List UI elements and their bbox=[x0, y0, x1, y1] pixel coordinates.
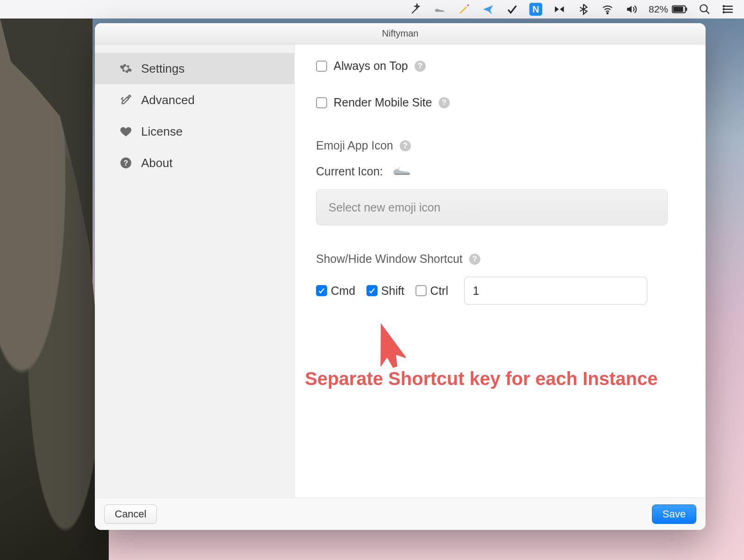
svg-text:?: ? bbox=[124, 159, 128, 167]
svg-point-6 bbox=[723, 9, 724, 10]
svg-point-7 bbox=[723, 12, 724, 12]
always-on-top-label: Always on Top bbox=[334, 59, 408, 73]
cmd-label: Cmd bbox=[331, 284, 355, 298]
settings-content: Always on Top ? Render Mobile Site ? Emo… bbox=[295, 44, 706, 498]
window-titlebar[interactable]: Niftyman bbox=[95, 23, 706, 44]
running-shoe-icon bbox=[392, 163, 412, 179]
ctrl-checkbox[interactable] bbox=[415, 285, 427, 296]
save-button-label: Save bbox=[663, 508, 686, 520]
render-mobile-label: Render Mobile Site bbox=[334, 96, 432, 109]
wifi-icon[interactable] bbox=[601, 2, 614, 16]
settings-window: Niftyman Settings Advanced License bbox=[95, 23, 706, 530]
shortcut-mod-row: Cmd Shift Ctrl bbox=[316, 277, 684, 305]
cmd-mod: Cmd bbox=[316, 284, 355, 298]
window-title: Niftyman bbox=[382, 28, 419, 39]
shift-label: Shift bbox=[381, 284, 404, 298]
shortcut-section-title-row: Show/Hide Window Shortcut ? bbox=[316, 252, 684, 266]
shortcut-key-input[interactable] bbox=[464, 277, 647, 305]
gear-icon bbox=[119, 62, 133, 75]
help-icon[interactable]: ? bbox=[400, 140, 411, 151]
current-icon-row: Current Icon: bbox=[316, 163, 684, 179]
sidebar-item-label: Settings bbox=[141, 62, 185, 76]
volume-icon[interactable] bbox=[625, 2, 639, 16]
emoji-picker-button[interactable]: Select new emoji icon bbox=[316, 189, 668, 225]
window-footer: Cancel Save bbox=[95, 498, 706, 530]
heart-icon bbox=[119, 124, 133, 138]
sidebar-item-settings[interactable]: Settings bbox=[95, 53, 294, 84]
question-circle-icon: ? bbox=[119, 156, 133, 170]
n-app-letter: N bbox=[533, 4, 539, 15]
help-icon[interactable]: ? bbox=[415, 61, 426, 72]
sidebar-item-label: About bbox=[141, 156, 173, 170]
battery-status[interactable]: 82% bbox=[649, 4, 688, 15]
menu-list-icon[interactable] bbox=[722, 2, 736, 16]
spotlight-search-icon[interactable] bbox=[698, 2, 712, 16]
pencil-icon[interactable] bbox=[457, 2, 471, 16]
sidebar-item-about[interactable]: ? About bbox=[95, 147, 294, 179]
emoji-section-title-row: Emoji App Icon ? bbox=[316, 139, 684, 152]
magic-wand-icon[interactable] bbox=[409, 2, 423, 16]
shift-checkbox[interactable] bbox=[366, 285, 378, 296]
ctrl-label: Ctrl bbox=[430, 284, 448, 298]
help-icon[interactable]: ? bbox=[469, 254, 480, 265]
checkmark-icon[interactable] bbox=[505, 2, 519, 16]
tools-icon bbox=[119, 93, 133, 107]
svg-point-0 bbox=[607, 12, 608, 14]
annotation-arrow-icon bbox=[369, 317, 406, 368]
bowtie-icon[interactable] bbox=[552, 2, 566, 16]
macos-menu-bar: N 82% bbox=[0, 0, 744, 19]
annotation-text: Separate Shortcut key for each Instance bbox=[305, 368, 684, 389]
row-always-on-top: Always on Top ? bbox=[316, 59, 684, 73]
cancel-button-label: Cancel bbox=[115, 508, 146, 520]
ctrl-mod: Ctrl bbox=[415, 284, 448, 298]
svg-rect-3 bbox=[686, 7, 687, 11]
window-body: Settings Advanced License ? About bbox=[95, 44, 706, 498]
emoji-section-title: Emoji App Icon bbox=[316, 139, 393, 152]
svg-point-4 bbox=[700, 5, 707, 12]
n-app-icon[interactable]: N bbox=[529, 3, 542, 16]
row-render-mobile: Render Mobile Site ? bbox=[316, 96, 684, 109]
shoe-icon[interactable] bbox=[433, 2, 447, 16]
cancel-button[interactable]: Cancel bbox=[104, 504, 157, 524]
svg-point-5 bbox=[723, 6, 724, 6]
bluetooth-icon[interactable] bbox=[577, 2, 590, 16]
emoji-picker-placeholder: Select new emoji icon bbox=[329, 201, 440, 214]
save-button[interactable]: Save bbox=[652, 504, 696, 524]
always-on-top-checkbox[interactable] bbox=[316, 61, 327, 72]
cmd-checkbox[interactable] bbox=[316, 285, 327, 296]
shift-mod: Shift bbox=[366, 284, 404, 298]
current-icon-label: Current Icon: bbox=[316, 165, 383, 178]
sidebar-item-label: Advanced bbox=[141, 93, 195, 107]
sidebar: Settings Advanced License ? About bbox=[95, 44, 295, 498]
help-icon[interactable]: ? bbox=[439, 97, 450, 108]
render-mobile-checkbox[interactable] bbox=[316, 97, 327, 108]
sidebar-item-label: License bbox=[141, 124, 183, 139]
sidebar-item-advanced[interactable]: Advanced bbox=[95, 84, 294, 116]
shortcut-section-title: Show/Hide Window Shortcut bbox=[316, 252, 463, 266]
airplane-icon[interactable] bbox=[481, 2, 495, 16]
battery-percent-text: 82% bbox=[649, 4, 668, 15]
svg-rect-2 bbox=[673, 6, 683, 12]
sidebar-item-license[interactable]: License bbox=[95, 116, 294, 147]
